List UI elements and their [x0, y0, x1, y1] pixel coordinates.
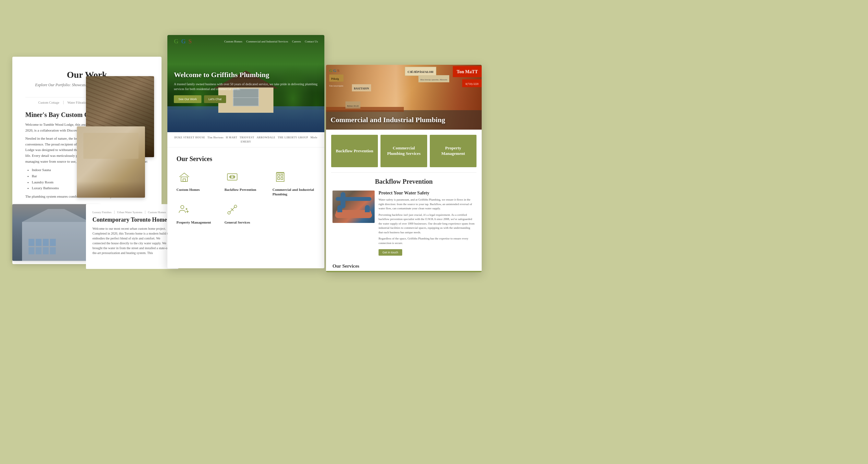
brand-3: H MART	[226, 136, 237, 139]
lets-chat-button[interactable]: Let's Chat	[204, 95, 226, 103]
brand-4: TRIOVEST	[240, 136, 254, 139]
service-general: General Services	[224, 202, 267, 225]
center-nav-links[interactable]: Custom Homes Commercial and Industrial S…	[224, 40, 318, 43]
brand-5: ARROWDALE	[256, 136, 275, 139]
right-panel: G G S Pékség Édes kenyérijpüm СЗЁЛЁРÁSZA…	[326, 65, 482, 272]
scroll-indicator	[326, 271, 482, 272]
service-label-property: Property Management	[177, 220, 211, 225]
protect-title: Protect Your Water Safety	[378, 191, 475, 196]
center-logo: G G S	[174, 38, 192, 45]
tag-custom-cottage: Custom Cottage	[38, 101, 64, 104]
service-label-commercial: Commercial and Industrial Plumbing	[273, 187, 315, 197]
svg-rect-8	[278, 177, 280, 179]
right-our-services-label: Our Services	[326, 261, 482, 270]
right-hero: G G S Pékség Édes kenyérijpüm СЗЁЛЁРÁSZA…	[326, 65, 482, 130]
card-property-label: Property Management	[433, 145, 473, 157]
svg-point-11	[181, 205, 184, 209]
svg-rect-7	[281, 174, 283, 176]
backflow-text: Protect Your Water Safety Water safety i…	[378, 191, 475, 256]
card-backflow[interactable]: Backflow Prevention	[331, 135, 378, 167]
right-service-cards: Backflow Prevention Commercial Plumbing …	[326, 130, 482, 172]
lower-text-panel: Luxury Finishes Urban Water Systems Cust…	[86, 204, 178, 269]
lower-tags: Luxury Finishes Urban Water Systems Cust…	[92, 210, 172, 214]
center-services: Our Services Custom Homes Backflow Preve…	[167, 147, 324, 232]
services-grid: Custom Homes Backflow Prevention Commerc…	[177, 169, 315, 225]
services-title: Our Services	[177, 155, 315, 163]
hero-buttons: See Our Work Let's Chat	[174, 95, 318, 103]
brand-2: Tim Hortons	[208, 136, 224, 139]
backflow-body-3: Regardless of the space, Griffiths Plumb…	[378, 236, 475, 245]
nav-custom-homes[interactable]: Custom Homes	[224, 40, 242, 43]
service-commercial: Commercial and Industrial Plumbing	[273, 169, 315, 197]
right-hero-title: Commercial and Industrial Plumbing	[331, 116, 477, 124]
right-backflow-section: Backflow Prevention Protect Your Water S…	[326, 173, 482, 261]
commercial-icon	[273, 169, 288, 185]
service-label-backflow: Backflow Prevention	[224, 187, 256, 192]
hero-title: Welcome to Griffiths Plumbing	[174, 71, 318, 79]
brand-1: DUKE STREET HOUSE	[175, 136, 205, 139]
backflow-content: Protect Your Water Safety Water safety i…	[333, 191, 475, 256]
tom-matt-sign: Ton MaTT	[453, 66, 482, 77]
brand-6: THE LIBERTY GROUP	[278, 136, 308, 139]
brand-8: EMERY	[241, 140, 251, 143]
backflow-body-1: Water safety is paramount, and at Griffi…	[378, 198, 475, 211]
center-hero: G G S Custom Homes Commercial and Indust…	[167, 35, 324, 132]
lower-tag-1: Luxury Finishes	[92, 210, 115, 214]
center-panel: G G S Custom Homes Commercial and Indust…	[167, 35, 324, 268]
project-2-body: Welcome to our most recent urban custom …	[92, 226, 172, 255]
water-area	[167, 109, 324, 132]
right-hero-title-area: Commercial and Industrial Plumbing	[331, 116, 477, 124]
shop-sign-2: Hiss bewijs opweite, Hinweis	[418, 75, 449, 82]
nav-commercial[interactable]: Commercial and Industrial Services	[246, 40, 288, 43]
card-backflow-label: Backflow Prevention	[336, 148, 373, 154]
lower-tag-3: Custom Homes	[148, 210, 169, 214]
service-custom-homes: Custom Homes	[177, 169, 219, 197]
right-logo-area: G G S Pékség Édes kenyérijpüm	[329, 68, 343, 88]
service-backflow: Backflow Prevention	[224, 169, 267, 197]
see-our-work-button[interactable]: See Our Work	[174, 95, 202, 103]
service-property: Property Management	[177, 202, 219, 225]
nav-contact[interactable]: Contact Us	[305, 40, 318, 43]
center-hero-text: Welcome to Griffiths Plumbing A trusted …	[174, 71, 318, 103]
nav-careers[interactable]: Careers	[292, 40, 301, 43]
phone-sign: 0(710)-3220	[462, 79, 482, 87]
brand-strip: DUKE STREET HOUSE Tim Hortons H MART TRI…	[167, 132, 324, 147]
property-icon	[177, 202, 192, 218]
lower-tag-2: Urban Water Systems	[117, 210, 145, 214]
shop-sign-1: СЗЁЛЁРÁSZALОН	[405, 67, 436, 76]
project-image-2	[77, 126, 145, 198]
svg-point-12	[228, 211, 230, 214]
service-label-homes: Custom Homes	[177, 187, 200, 192]
backflow-icon	[224, 169, 240, 185]
backflow-body-2: Preventing backflow isn't just crucial, …	[378, 213, 475, 235]
card-commercial-plumbing[interactable]: Commercial Plumbing Services	[380, 135, 427, 167]
project-2-title: Contemporary Toronto Home	[92, 217, 172, 224]
service-label-general: General Services	[224, 220, 250, 225]
hero-subtitle: A trusted family owned business with ove…	[174, 81, 318, 91]
custom-homes-icon	[177, 169, 192, 185]
svg-point-13	[234, 205, 237, 208]
card-property-management[interactable]: Property Management	[430, 135, 476, 167]
svg-rect-0	[181, 177, 187, 181]
svg-rect-1	[183, 179, 186, 181]
svg-rect-6	[278, 174, 280, 176]
basztaion-sign: BASZTAION	[352, 84, 371, 91]
svg-rect-9	[281, 177, 283, 179]
backflow-image	[333, 191, 375, 223]
center-nav: G G S Custom Homes Commercial and Indust…	[167, 35, 324, 48]
brand-7: Miele	[310, 136, 317, 139]
backflow-section-title: Backflow Prevention	[333, 178, 475, 185]
rybor-sign: Rybor-16-22	[345, 101, 360, 108]
get-in-touch-button[interactable]: Get in touch	[378, 249, 402, 256]
card-commercial-label: Commercial Plumbing Services	[384, 145, 424, 157]
general-icon	[224, 202, 240, 218]
